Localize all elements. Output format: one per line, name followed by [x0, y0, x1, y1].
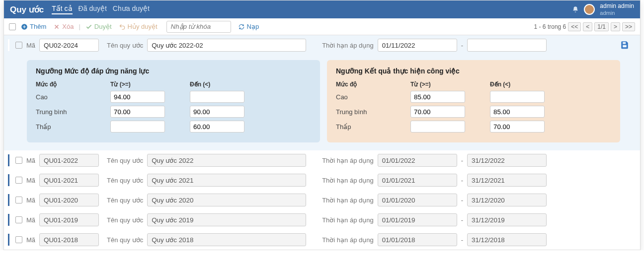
threshold-panel: Ngưỡng Mức độ đáp ứng năng lực Mức độTừ …: [27, 60, 320, 142]
from-input[interactable]: [410, 91, 465, 103]
to-input[interactable]: [190, 91, 244, 103]
page-first[interactable]: <<: [568, 22, 581, 31]
code-field[interactable]: [39, 174, 99, 187]
date-dash: -: [461, 236, 463, 244]
from-input[interactable]: [410, 121, 465, 133]
date-from-field[interactable]: [378, 174, 457, 187]
date-to-field[interactable]: [467, 39, 547, 52]
row-indicator: [8, 234, 9, 246]
date-dash: -: [461, 42, 463, 49]
date-from-field[interactable]: [378, 39, 457, 52]
approve-button[interactable]: Duyệt: [83, 22, 114, 31]
from-input[interactable]: [110, 121, 165, 133]
tab-unapproved[interactable]: Chưa duyệt: [113, 4, 150, 14]
label-ten: Tên quy ước: [107, 236, 143, 244]
name-field[interactable]: [147, 213, 306, 226]
date-to-field[interactable]: [467, 213, 547, 226]
reload-button[interactable]: Nạp: [238, 23, 259, 30]
tab-all[interactable]: Tất cả: [52, 4, 72, 14]
page-last[interactable]: >>: [622, 22, 635, 31]
header-tabs: Tất cả Đã duyệt Chưa duyệt: [52, 4, 572, 14]
level-low: Thấp: [336, 123, 405, 131]
label-ma: Mã: [26, 177, 35, 184]
label-ten: Tên quy ước: [107, 157, 143, 164]
name-field[interactable]: [147, 174, 306, 187]
table-row[interactable]: Mã Tên quy ước Thời hạn áp dụng -: [4, 230, 640, 250]
user-name: admin admin: [600, 3, 634, 9]
threshold-panels: Ngưỡng Mức độ đáp ứng năng lực Mức độTừ …: [4, 55, 640, 150]
date-to-field[interactable]: [467, 233, 547, 246]
label-ma: Mã: [26, 216, 35, 224]
to-input[interactable]: [490, 106, 545, 118]
name-field[interactable]: [147, 194, 306, 206]
date-dash: -: [461, 216, 463, 224]
row-checkbox[interactable]: [15, 157, 22, 164]
to-input[interactable]: [190, 121, 244, 133]
add-button[interactable]: Thêm: [19, 22, 48, 31]
save-button[interactable]: [620, 40, 629, 51]
pager: 1 - 6 trong 6 << < 1/1 > >>: [534, 22, 635, 31]
avatar[interactable]: [584, 4, 595, 15]
code-field[interactable]: [39, 213, 99, 226]
reload-label: Nạp: [247, 23, 259, 30]
table-row[interactable]: Mã Tên quy ước Thời hạn áp dụng -: [4, 35, 640, 55]
col-level: Mức độ: [36, 81, 105, 88]
undo-icon: [119, 23, 126, 30]
search-input[interactable]: [166, 21, 231, 33]
from-input[interactable]: [410, 106, 465, 118]
name-field[interactable]: [147, 233, 306, 246]
user-role: admin: [600, 10, 634, 16]
row-checkbox[interactable]: [15, 42, 22, 49]
from-input[interactable]: [110, 106, 165, 118]
label-ten: Tên quy ước: [107, 177, 143, 184]
name-field[interactable]: [147, 154, 306, 167]
name-field[interactable]: [147, 39, 306, 52]
table-row[interactable]: Mã Tên quy ước Thời hạn áp dụng -: [4, 170, 640, 190]
panel-title: Ngưỡng Kết quả thực hiện công việc: [336, 67, 611, 75]
date-to-field[interactable]: [467, 154, 547, 167]
unapprove-button[interactable]: Hủy duyệt: [117, 22, 160, 31]
page-next[interactable]: >: [611, 22, 620, 31]
page-prev[interactable]: <: [583, 22, 592, 31]
x-icon: [53, 23, 60, 30]
level-medium: Trung bình: [336, 108, 405, 116]
col-level: Mức độ: [336, 81, 405, 88]
to-input[interactable]: [490, 121, 545, 133]
date-to-field[interactable]: [467, 174, 547, 187]
delete-button[interactable]: Xóa: [51, 22, 76, 31]
app-header: Quy ước Tất cả Đã duyệt Chưa duyệt admin…: [4, 0, 640, 18]
table-row[interactable]: Mã Tên quy ước Thời hạn áp dụng -: [4, 210, 640, 230]
from-input[interactable]: [110, 91, 165, 103]
row-checkbox[interactable]: [15, 216, 22, 223]
label-han: Thời hạn áp dụng: [322, 157, 374, 164]
date-from-field[interactable]: [378, 194, 457, 206]
code-field[interactable]: [39, 194, 99, 206]
unapprove-label: Hủy duyệt: [128, 23, 158, 30]
label-ma: Mã: [26, 236, 35, 244]
user-block[interactable]: admin admin admin: [600, 3, 634, 15]
label-han: Thời hạn áp dụng: [322, 236, 374, 244]
date-from-field[interactable]: [378, 233, 457, 246]
row-checkbox[interactable]: [15, 197, 22, 203]
table-row[interactable]: Mã Tên quy ước Thời hạn áp dụng -: [4, 190, 640, 210]
row-checkbox[interactable]: [15, 236, 22, 243]
date-dash: -: [461, 197, 463, 204]
label-han: Thời hạn áp dụng: [322, 42, 374, 49]
to-input[interactable]: [190, 106, 244, 118]
date-from-field[interactable]: [378, 213, 457, 226]
code-field[interactable]: [39, 233, 99, 246]
tab-approved[interactable]: Đã duyệt: [79, 4, 107, 14]
row-indicator: [8, 214, 9, 226]
date-to-field[interactable]: [467, 194, 547, 206]
bell-icon[interactable]: [572, 6, 579, 13]
select-all-checkbox[interactable]: [9, 23, 16, 30]
table-row[interactable]: Mã Tên quy ước Thời hạn áp dụng -: [4, 150, 640, 170]
row-checkbox[interactable]: [15, 177, 22, 184]
check-icon: [85, 23, 92, 30]
code-field[interactable]: [39, 154, 99, 167]
level-high: Cao: [36, 93, 105, 101]
date-from-field[interactable]: [378, 154, 457, 167]
to-input[interactable]: [490, 91, 545, 103]
toolbar: Thêm Xóa | Duyệt Hủy duyệt Nạp 1 - 6 tro…: [4, 18, 640, 35]
code-field[interactable]: [39, 39, 99, 52]
